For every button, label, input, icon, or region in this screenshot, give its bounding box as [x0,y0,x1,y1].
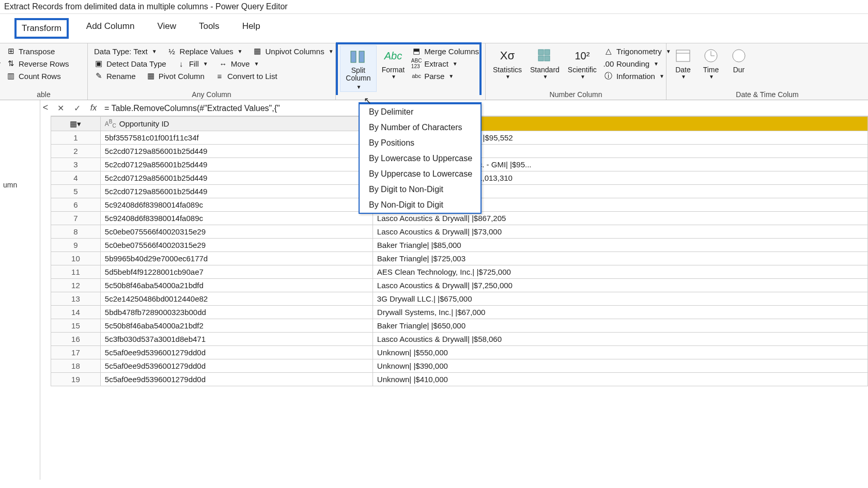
detect-type-button[interactable]: ▣ Detect Data Type [92,58,168,69]
cell-opportunity-id[interactable]: 5c0ebe075566f40020315e29 [100,225,373,239]
cell-opportunity-id[interactable]: 5c0ebe075566f40020315e29 [100,239,373,252]
cell-opportunity-id[interactable]: 5d5bebf4f91228001cb90ae7 [100,265,373,279]
cell-custom[interactable]: Unknown| |$390,000 [373,359,867,373]
table-row[interactable]: 105b9965b40d29e7000ec6177dBaker Triangle… [51,252,868,265]
cell-custom[interactable]: 3G Drywall LLC.| |$675,000 [373,292,867,306]
table-row[interactable]: 85c0ebe075566f40020315e29Lasco Acoustics… [51,225,868,239]
cell-opportunity-id[interactable]: 5c5af0ee9d5396001279dd0d [100,359,373,373]
move-label: Move [231,59,250,68]
cell-custom[interactable]: Lasco Acoustics & Drywall| |$58,060 [373,333,867,346]
reverse-rows-button[interactable]: ⇅ Reverse Rows w ▾ [4,58,83,69]
svg-rect-4 [538,56,544,61]
menu-by-positions[interactable]: By Positions [360,135,481,151]
table-row[interactable]: 155c50b8f46aba54000a21bdf2Baker Triangle… [51,319,868,333]
trig-icon: △ [604,46,613,56]
table-row[interactable]: 185c5af0ee9d5396001279dd0dUnknown| |$390… [51,359,868,373]
time-label: Time [703,66,719,74]
row-number: 2 [51,145,101,158]
cancel-formula-button[interactable]: ✕ [55,102,66,114]
cell-opportunity-id[interactable]: 5c92408d6f83980014fa089c [100,212,373,225]
menu-by-nondigit-digit[interactable]: By Non-Digit to Digit [360,197,481,213]
cell-opportunity-id[interactable]: 5c92408d6f83980014fa089c [100,198,373,212]
cell-custom[interactable]: Baker Triangle| |$725,003 [373,252,867,265]
cell-opportunity-id[interactable]: 5c2e14250486bd0012440e82 [100,292,373,306]
date-time-group-label: Date & Time Colum [671,89,864,99]
transpose-button[interactable]: ⊞ Transpose [4,45,83,57]
menu-by-num-chars[interactable]: By Number of Characters [360,120,481,135]
cell-opportunity-id[interactable]: 5bdb478fb7289000323b00dd [100,306,373,319]
scientific-button[interactable]: 10² Scientific ▼ [565,45,600,82]
statistics-button[interactable]: Χσ Statistics ▼ [490,45,525,82]
accept-formula-button[interactable]: ✓ [71,102,83,114]
menu-by-lower-upper[interactable]: By Lowercase to Uppercase [360,151,481,166]
cell-opportunity-id[interactable]: 5c5af0ee9d5396001279dd0d [100,373,373,386]
standard-button[interactable]: Standard ▼ [527,45,563,82]
cell-opportunity-id[interactable]: 5c5af0ee9d5396001279dd0d [100,346,373,359]
cell-custom[interactable]: Baker Triangle| |$85,000 [373,239,867,252]
date-button[interactable]: Date ▼ [671,45,695,81]
cell-custom[interactable]: Baker Triangle| |$650,000 [373,319,867,333]
cell-opportunity-id[interactable]: 5bf3557581c01f001f11c34f [100,131,373,145]
tab-add-column[interactable]: Add Column [81,18,140,39]
move-button[interactable]: ↔ Move ▼ [216,58,261,69]
convert-list-button[interactable]: ≡ Convert to List [213,70,280,82]
number-column-group-label: Number Column [490,89,662,99]
cell-custom[interactable]: Unknown| |$550,000 [373,346,867,359]
statistics-icon: Χσ [498,46,517,65]
information-button[interactable]: ⓘ Information ▼ [602,70,673,82]
table-icon-header[interactable]: ▦▾ [51,117,101,131]
tab-transform[interactable]: Transform [14,18,69,39]
pivot-button[interactable]: ▦ Pivot Column [144,70,207,82]
rounding-button[interactable]: .00 Rounding ▼ [602,58,673,69]
column-header-opportunity-id[interactable]: ABC Opportunity ID ▼ [100,117,373,131]
rename-button[interactable]: ✎ Rename [92,70,138,82]
fill-button[interactable]: ↓ Fill ▼ [175,58,210,69]
duration-button[interactable]: Dur [726,45,751,75]
tab-view[interactable]: View [152,18,181,39]
replace-values-button[interactable]: ½ Replace Values ▼ [165,45,245,57]
cell-custom[interactable]: AES Clean Technology, Inc.| |$725,000 [373,265,867,279]
table-row[interactable]: 195c5af0ee9d5396001279dd0dUnknown| |$410… [51,373,868,386]
cell-opportunity-id[interactable]: 5c2cd07129a856001b25d449 [100,158,373,171]
text-type-icon: ABC [105,119,116,129]
cell-opportunity-id[interactable]: 5c3fb030d537a3001d8eb471 [100,333,373,346]
time-icon [702,46,720,65]
table-row[interactable]: 135c2e14250486bd0012440e823G Drywall LLC… [51,292,868,306]
cell-opportunity-id[interactable]: 5b9965b40d29e7000ec6177d [100,252,373,265]
collapse-panel-button[interactable]: < [40,100,51,480]
cell-opportunity-id[interactable]: 5c2cd07129a856001b25d449 [100,171,373,185]
formula-text[interactable]: = Table.RemoveColumns(#"Extracted Values… [104,103,864,113]
tab-tools[interactable]: Tools [194,18,225,39]
information-label: Information [616,72,655,81]
trig-button[interactable]: △ Trigonometry ▼ [602,45,673,57]
cell-custom[interactable]: Unknown| |$410,000 [373,373,867,386]
table-row[interactable]: 125c50b8f46aba54000a21bdfdLasco Acoustic… [51,279,868,292]
unpivot-button[interactable]: ▦ Unpivot Columns ▼ [251,45,335,57]
reverse-rows-icon: ⇅ [6,59,16,68]
cell-custom[interactable]: Drywall Systems, Inc.| |$67,000 [373,306,867,319]
table-row[interactable]: 175c5af0ee9d5396001279dd0dUnknown| |$550… [51,346,868,359]
tab-help[interactable]: Help [237,18,266,39]
cell-opportunity-id[interactable]: 5c2cd07129a856001b25d449 [100,145,373,158]
cell-custom[interactable]: Lasco Acoustics & Drywall| |$7,250,000 [373,279,867,292]
time-button[interactable]: Time ▼ [699,45,723,81]
cell-opportunity-id[interactable]: 5c50b8f46aba54000a21bdfd [100,279,373,292]
count-rows-button[interactable]: ▥ Count Rows [4,70,83,82]
standard-icon [535,46,554,65]
menu-by-digit-nondigit[interactable]: By Digit to Non-Digit [360,182,481,197]
row-number: 8 [51,225,101,239]
table-row[interactable]: 145bdb478fb7289000323b00ddDrywall System… [51,306,868,319]
cell-custom[interactable]: Lasco Acoustics & Drywall| |$73,000 [373,225,867,239]
cell-opportunity-id[interactable]: 5c2cd07129a856001b25d449 [100,185,373,198]
table-row[interactable]: 165c3fb030d537a3001d8eb471Lasco Acoustic… [51,333,868,346]
cell-opportunity-id[interactable]: 5c50b8f46aba54000a21bdf2 [100,319,373,333]
menu-by-delimiter[interactable]: By Delimiter [360,104,481,120]
data-type-button[interactable]: Data Type: Text ▼ [92,46,159,57]
row-number: 10 [51,252,101,265]
table-row[interactable]: 95c0ebe075566f40020315e29Baker Triangle|… [51,239,868,252]
row-number: 5 [51,185,101,198]
date-label: Date [675,66,691,74]
table-row[interactable]: 115d5bebf4f91228001cb90ae7AES Clean Tech… [51,265,868,279]
menu-by-upper-lower[interactable]: By Uppercase to Lowercase [360,166,481,182]
left-panel: umn [0,100,40,480]
